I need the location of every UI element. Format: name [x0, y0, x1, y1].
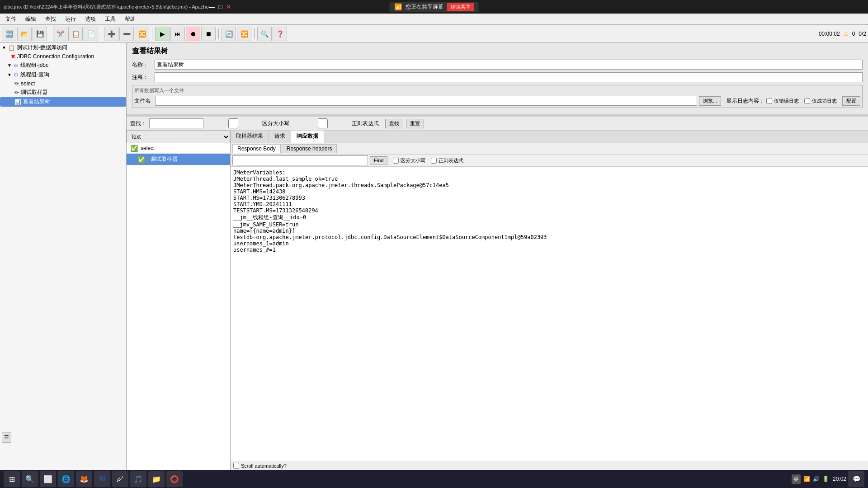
result-item-select[interactable]: ✅ select — [127, 143, 230, 154]
select-icon: ✏ — [14, 80, 19, 87]
find-regex-label[interactable]: 正则表达式 — [431, 157, 463, 164]
scroll-row: Scroll automatically? — [231, 461, 868, 470]
search-btn[interactable]: 🔍 — [257, 27, 272, 41]
case-sensitive-label[interactable]: 区分大小写 — [206, 118, 289, 128]
tree-item-debug-sampler[interactable]: ✏ 调试取样器 — [0, 88, 126, 97]
menu-item-file[interactable]: 文件 — [2, 14, 20, 24]
tree-item-label: 查看结果树 — [23, 98, 50, 106]
minimize-button[interactable]: — — [209, 3, 215, 10]
stop-button[interactable]: ⏺ — [186, 27, 200, 41]
wps-button[interactable]: 🖊 — [112, 471, 128, 487]
tab-response-data[interactable]: 响应数据 — [291, 131, 324, 143]
find-button[interactable]: 查找 — [385, 119, 403, 128]
maximize-button[interactable]: □ — [219, 3, 222, 10]
run-no-pause-button[interactable]: ⏭ — [170, 27, 185, 41]
tree-item-jdbc-config[interactable]: ✖ JDBC Connection Configuration — [0, 52, 126, 61]
help-btn[interactable]: ❓ — [273, 27, 287, 41]
tree-item-thread-group-jdbc[interactable]: ▼ ⚙ 线程组-jdbc — [0, 61, 126, 70]
tree-item-test-plan[interactable]: ▼ 📋 测试计划-数据库访问 — [0, 43, 126, 52]
debug-sampler-icon: ✏ — [14, 89, 19, 96]
screen-share-text: 您正在共享屏幕 — [406, 3, 443, 11]
thread-group-icon: ⚙ — [14, 62, 19, 69]
start-button[interactable]: ⊞ — [4, 471, 20, 487]
case-sensitive-checkbox[interactable] — [206, 118, 260, 128]
volume-icon: 🔊 — [813, 476, 820, 482]
end-share-button[interactable]: 结束共享 — [447, 3, 474, 11]
explorer-button[interactable]: 📁 — [148, 471, 165, 487]
tab-sampler-result[interactable]: 取样器结果 — [231, 131, 269, 143]
search-button[interactable]: 🔍 — [22, 471, 38, 487]
type-dropdown[interactable]: Text HTML JSON XML RegExp — [127, 131, 230, 143]
response-tab-headers[interactable]: Response headers — [282, 144, 337, 153]
shutdown-button[interactable]: ⏹ — [201, 27, 216, 41]
file-name-label: 文件名 — [134, 97, 151, 105]
comment-input[interactable] — [155, 72, 863, 82]
add-button[interactable]: ➕ — [104, 27, 118, 41]
case-sensitive-text: 区分大小写 — [262, 120, 289, 127]
success-log-checkbox[interactable] — [804, 98, 810, 104]
close-button[interactable]: ✕ — [226, 3, 231, 10]
edge-button[interactable]: 🌐 — [58, 471, 74, 487]
response-tab-body[interactable]: Response Body — [232, 144, 281, 153]
copy-button[interactable]: 📋 — [68, 27, 83, 41]
search-input[interactable] — [149, 118, 203, 128]
tree-item-view-result-tree[interactable]: 📊 查看结果树 — [0, 97, 126, 107]
remote-run-button[interactable]: 🔄 — [222, 27, 236, 41]
tree-item-label: JDBC Connection Configuration — [17, 53, 94, 60]
menu-item-help[interactable]: 帮助 — [121, 14, 139, 24]
regex-label[interactable]: 正则表达式 — [296, 118, 379, 128]
tree-item-select[interactable]: ✏ select — [0, 80, 126, 88]
app-button-7[interactable]: ⭕ — [166, 471, 183, 487]
firefox-button[interactable]: 🦊 — [76, 471, 92, 487]
right-panel: 查看结果树 名称： 注释： 所有数据写入一个文件 文件名 浏览... 显示日志内… — [127, 43, 868, 470]
config-button[interactable]: 配置 — [842, 96, 860, 106]
menu-item-options[interactable]: 选项 — [81, 14, 99, 24]
paste-button[interactable]: 📄 — [84, 27, 98, 41]
search-bar: 查找： 区分大小写 正则表达式 查找 重置 — [127, 117, 868, 131]
find-input[interactable] — [232, 155, 368, 165]
warning-count: 0 — [852, 31, 855, 37]
find-row: Find 区分大小写 正则表达式 — [231, 155, 868, 167]
status-icon-select: ✅ — [130, 145, 138, 152]
remove-button[interactable]: ➖ — [119, 27, 134, 41]
notification-button[interactable]: 💬 — [848, 471, 864, 487]
find-case-sensitive-text: 区分大小写 — [401, 157, 425, 164]
word-button[interactable]: W — [94, 471, 110, 487]
lang-indicator[interactable]: 英 — [792, 474, 801, 484]
taskbar-time[interactable]: 20:02 — [833, 476, 846, 482]
success-log-checkbox-label[interactable]: 仅成功日志 — [804, 98, 837, 104]
name-input[interactable] — [155, 60, 863, 70]
task-view-button[interactable]: ⬜ — [40, 471, 56, 487]
error-log-checkbox-label[interactable]: 仅错误日志 — [766, 98, 799, 104]
list-toggle-btn[interactable]: ☰ — [2, 432, 11, 443]
find-button[interactable]: Find — [370, 156, 387, 164]
vrt-header: 查看结果树 名称： 注释： 所有数据写入一个文件 文件名 浏览... 显示日志内… — [127, 43, 868, 115]
find-regex-text: 正则表达式 — [439, 157, 463, 164]
regex-checkbox[interactable] — [296, 118, 350, 128]
find-case-sensitive-checkbox[interactable] — [393, 158, 399, 164]
find-case-sensitive-label[interactable]: 区分大小写 — [393, 157, 425, 164]
find-regex-checkbox[interactable] — [431, 158, 437, 164]
scroll-auto-checkbox[interactable] — [233, 463, 239, 469]
regex-text: 正则表达式 — [352, 120, 379, 127]
cut-button[interactable]: ✂️ — [53, 27, 67, 41]
menu-item-edit[interactable]: 编辑 — [22, 14, 40, 24]
open-button[interactable]: 📂 — [17, 27, 32, 41]
file-input[interactable] — [155, 96, 697, 106]
run-button[interactable]: ▶ — [155, 27, 170, 41]
tab-request[interactable]: 请求 — [269, 131, 291, 143]
tree-item-thread-group-query[interactable]: ▼ ⚙ 线程组-查询 — [0, 70, 126, 80]
result-subitem-debug[interactable]: ✅ 调试取样器 — [127, 154, 230, 165]
error-log-checkbox[interactable] — [766, 98, 772, 104]
clear-button[interactable]: 🔀 — [135, 27, 149, 41]
menu-item-find[interactable]: 查找 — [42, 14, 60, 24]
menu-item-tools[interactable]: 工具 — [101, 14, 119, 24]
menu-item-run[interactable]: 运行 — [61, 14, 80, 24]
browse-button[interactable]: 浏览... — [699, 96, 721, 106]
remote-stop-button[interactable]: 🔀 — [237, 27, 251, 41]
app-button-5[interactable]: 🎵 — [130, 471, 146, 487]
network-icon: 📶 — [803, 476, 810, 482]
reset-button[interactable]: 重置 — [406, 119, 424, 128]
save-button[interactable]: 💾 — [33, 27, 47, 41]
new-button[interactable]: 🆕 — [2, 27, 16, 41]
